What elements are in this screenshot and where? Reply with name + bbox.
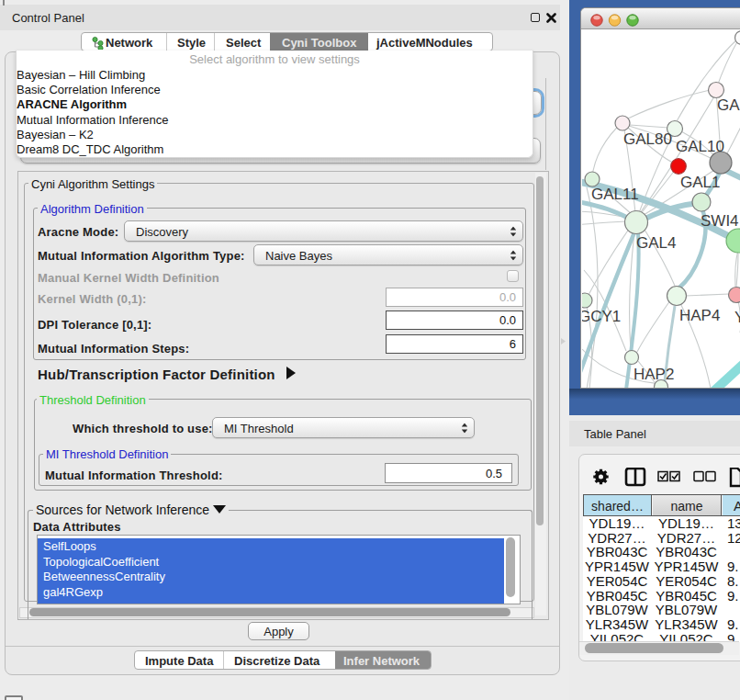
svg-text:GAL4: GAL4 [636, 234, 676, 252]
svg-text:SWI4: SWI4 [701, 212, 739, 230]
svg-text:GAL1: GAL1 [680, 174, 720, 191]
svg-text:HAP2: HAP2 [633, 366, 674, 383]
svg-text:GCY1: GCY1 [582, 308, 621, 325]
svg-text:GAL80: GAL80 [623, 130, 672, 148]
svg-text:GAL10: GAL10 [676, 138, 724, 155]
svg-text:HAP4: HAP4 [679, 307, 720, 324]
svg-text:GAL: GAL [717, 96, 740, 114]
svg-text:GAL11: GAL11 [591, 186, 639, 203]
svg-text:Y: Y [734, 309, 740, 326]
